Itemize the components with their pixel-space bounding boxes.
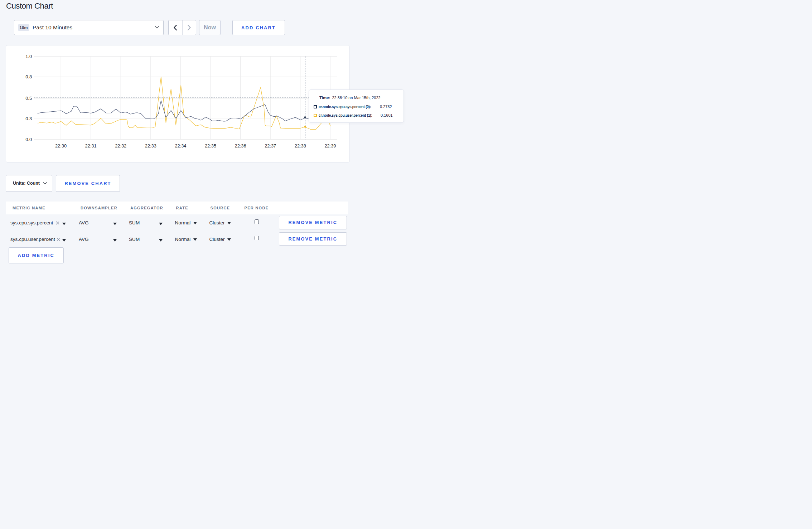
svg-text:22:32: 22:32: [115, 143, 126, 149]
svg-text:0.0: 0.0: [25, 137, 32, 142]
svg-text:22:34: 22:34: [175, 143, 186, 149]
svg-text:22:38: 22:38: [295, 143, 306, 149]
svg-text:22:31: 22:31: [85, 143, 97, 149]
svg-text:22:35: 22:35: [205, 143, 216, 149]
svg-text:22:33: 22:33: [145, 143, 156, 149]
svg-text:22:30: 22:30: [55, 143, 67, 149]
svg-text:1.0: 1.0: [25, 54, 32, 59]
svg-text:22:39: 22:39: [324, 143, 336, 149]
svg-text:22:36: 22:36: [235, 143, 246, 149]
svg-text:0.5: 0.5: [25, 96, 32, 101]
svg-text:22:37: 22:37: [265, 143, 276, 149]
svg-text:0.3: 0.3: [25, 116, 32, 121]
svg-text:0.8: 0.8: [25, 74, 32, 79]
